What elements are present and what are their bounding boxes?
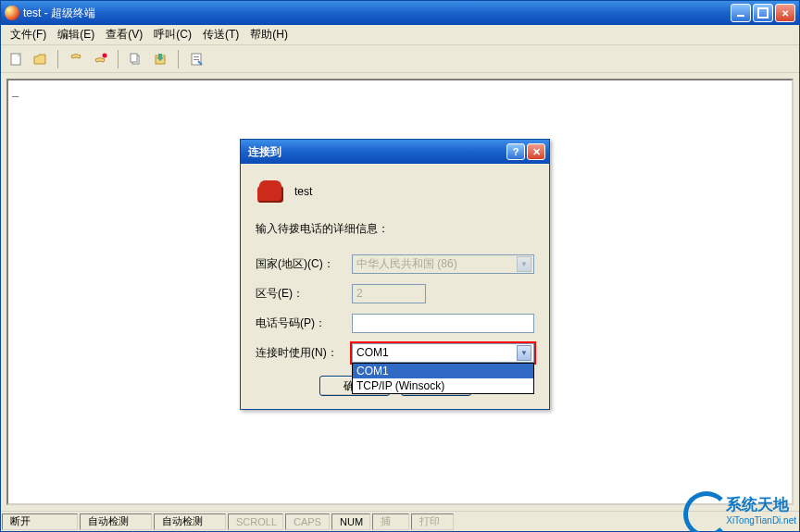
hangup-icon[interactable] — [91, 50, 109, 68]
send-icon[interactable] — [127, 50, 145, 68]
menu-edit[interactable]: 编辑(E) — [52, 25, 100, 44]
connect-using-dropdown: COM1 TCP/IP (Winsock) — [352, 363, 534, 394]
dialog-help-button[interactable]: ? — [506, 143, 525, 160]
svg-rect-3 — [131, 54, 137, 62]
dropdown-option-tcpip[interactable]: TCP/IP (Winsock) — [353, 378, 533, 393]
watermark-text: 系统天地 XiTongTianDi.net — [726, 494, 796, 526]
dialog-title: 连接到 — [244, 144, 505, 160]
svg-rect-7 — [194, 59, 199, 60]
receive-icon[interactable] — [151, 50, 169, 68]
menu-bar: 文件(F) 编辑(E) 查看(V) 呼叫(C) 传送(T) 帮助(H) — [1, 25, 799, 45]
status-capture: 捕 — [372, 513, 409, 530]
toolbar — [1, 45, 799, 73]
svg-point-1 — [103, 53, 107, 57]
status-auto-detect-1: 自动检测 — [80, 513, 152, 530]
country-value: 中华人民共和国 (86) — [356, 256, 517, 272]
label-area: 区号(E)： — [256, 286, 352, 302]
row-country: 国家(地区)(C)： 中华人民共和国 (86) ▼ — [256, 254, 534, 274]
label-country: 国家(地区)(C)： — [256, 256, 352, 272]
status-connection: 断开 — [2, 513, 78, 530]
watermark-logo-icon — [681, 489, 722, 530]
status-scroll: SCROLL — [228, 513, 283, 530]
phone-icon — [256, 177, 285, 206]
phone-input[interactable] — [352, 314, 534, 333]
country-combo: 中华人民共和国 (86) ▼ — [352, 254, 534, 274]
menu-help[interactable]: 帮助(H) — [244, 25, 294, 44]
chevron-down-icon: ▼ — [517, 256, 531, 272]
toolbar-separator — [178, 50, 179, 68]
row-area: 区号(E)： — [256, 283, 534, 303]
watermark: 系统天地 XiTongTianDi.net — [681, 489, 796, 530]
title-bar: test - 超级终端 — [1, 1, 799, 25]
watermark-cn: 系统天地 — [726, 494, 796, 515]
dialog-body: test 输入待拨电话的详细信息： 国家(地区)(C)： 中华人民共和国 (86… — [241, 164, 549, 409]
toolbar-separator — [118, 50, 119, 68]
close-button[interactable] — [775, 4, 795, 22]
minimize-button[interactable] — [731, 4, 751, 22]
area-input — [352, 284, 426, 303]
dropdown-option-com1[interactable]: COM1 — [353, 364, 533, 378]
chevron-down-icon[interactable]: ▼ — [517, 345, 531, 361]
status-bar: 断开 自动检测 自动检测 SCROLL CAPS NUM 捕 打印 — [1, 511, 799, 531]
status-caps: CAPS — [285, 513, 330, 530]
country-combo-wrap: 中华人民共和国 (86) ▼ — [352, 254, 534, 274]
menu-file[interactable]: 文件(F) — [5, 25, 52, 44]
toolbar-separator — [57, 50, 58, 68]
row-connect-using: 连接时使用(N)： COM1 ▼ COM1 TCP/IP (Winsock) — [256, 342, 534, 363]
app-icon — [5, 6, 19, 20]
connection-name: test — [294, 185, 312, 198]
call-icon[interactable] — [67, 50, 85, 68]
dialog-title-bar: 连接到 ? ✕ — [241, 140, 549, 164]
menu-call[interactable]: 呼叫(C) — [148, 25, 197, 44]
maximize-button[interactable] — [753, 4, 773, 22]
new-icon[interactable] — [6, 50, 25, 68]
window-title: test - 超级终端 — [23, 6, 731, 21]
window-controls — [731, 4, 795, 22]
connect-using-combo[interactable]: COM1 ▼ — [352, 343, 534, 363]
watermark-en: XiTongTianDi.net — [726, 515, 796, 526]
dialog-close-button[interactable]: ✕ — [527, 143, 545, 160]
connection-header: test — [256, 177, 534, 206]
status-print: 打印 — [411, 513, 454, 530]
row-phone: 电话号码(P)： — [256, 313, 534, 333]
connect-using-combo-wrap: COM1 ▼ COM1 TCP/IP (Winsock) — [352, 343, 534, 363]
label-phone: 电话号码(P)： — [256, 315, 352, 331]
open-icon[interactable] — [31, 50, 49, 68]
menu-view[interactable]: 查看(V) — [100, 25, 148, 44]
instruction-text: 输入待拨电话的详细信息： — [256, 221, 534, 237]
properties-icon[interactable] — [187, 50, 206, 68]
status-auto-detect-2: 自动检测 — [154, 513, 226, 530]
connect-dialog: 连接到 ? ✕ test 输入待拨电话的详细信息： 国家(地区)(C)： 中华人… — [240, 139, 550, 410]
status-num: NUM — [331, 513, 370, 530]
label-connect-using: 连接时使用(N)： — [256, 345, 352, 361]
menu-transfer[interactable]: 传送(T) — [197, 25, 244, 44]
svg-rect-6 — [194, 56, 199, 57]
connect-using-value: COM1 — [356, 346, 517, 359]
